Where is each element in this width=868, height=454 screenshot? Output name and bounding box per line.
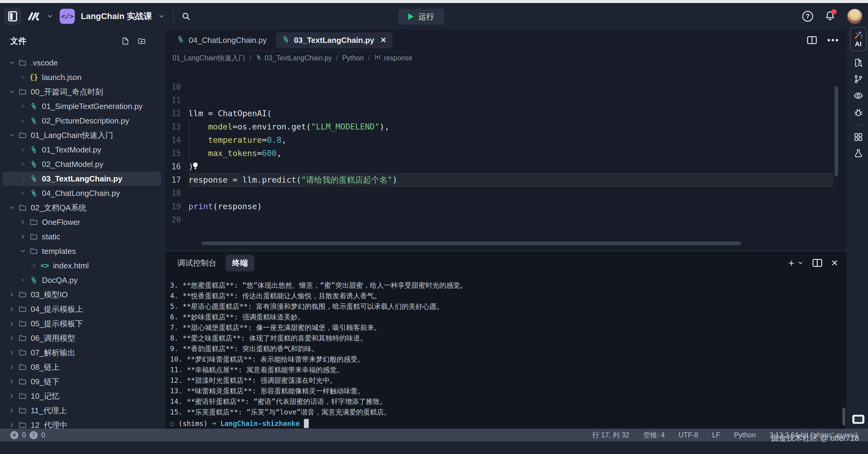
close-panel-icon[interactable]: ✕ bbox=[831, 258, 838, 268]
more-actions-icon[interactable]: ••• bbox=[827, 35, 839, 45]
folder-icon bbox=[28, 218, 39, 226]
tree-item[interactable]: 11_代理上 bbox=[2, 403, 161, 418]
test-flask-icon[interactable] bbox=[854, 148, 863, 158]
chevron-right-icon[interactable] bbox=[18, 233, 28, 240]
chevron-right-icon[interactable] bbox=[7, 422, 17, 428]
project-chevron-down-icon[interactable] bbox=[158, 13, 165, 20]
chevron-right-icon[interactable] bbox=[7, 291, 17, 298]
terminal-output[interactable]: 3. **悠蜜蛋糕店**: “悠”体现出悠然、惬意，“蜜”突出甜蜜，给人一种享受… bbox=[165, 274, 846, 429]
tree-item[interactable]: 04_ChatLongChain.py bbox=[2, 186, 161, 200]
tree-item[interactable]: 05_提示模板下 bbox=[2, 316, 161, 331]
code-text bbox=[188, 213, 833, 226]
split-editor-icon[interactable] bbox=[807, 36, 817, 44]
editor-tab[interactable]: 04_ChatLongChain.py bbox=[170, 32, 273, 48]
terminal-chevron-down-icon[interactable] bbox=[798, 260, 804, 266]
marscode-logo-icon[interactable] bbox=[27, 10, 40, 23]
status-item[interactable]: 空格: 4 bbox=[643, 430, 665, 440]
search-icon[interactable] bbox=[182, 12, 190, 21]
code-editor[interactable]: 101112llm = ChatOpenAI(13 model=os.envir… bbox=[165, 65, 846, 249]
breadcrumb-item[interactable]: 01_LangChain快速入门 bbox=[173, 53, 245, 63]
panel-tab[interactable]: 调试控制台 bbox=[170, 255, 223, 272]
terminal-scrollbar[interactable] bbox=[842, 407, 845, 426]
close-tab-icon[interactable]: ✕ bbox=[380, 36, 386, 45]
remote-device-icon[interactable] bbox=[852, 415, 864, 424]
tree-item[interactable]: 02_ChatModel.py bbox=[2, 157, 161, 171]
chevron-down-icon[interactable] bbox=[7, 204, 17, 211]
preview-eye-icon[interactable] bbox=[853, 90, 864, 101]
python-file-icon bbox=[28, 102, 39, 110]
tree-item[interactable]: 08_链上 bbox=[2, 360, 161, 374]
tree-item[interactable]: 03_TextLangChain.py bbox=[2, 171, 161, 186]
tree-item[interactable]: 02_文档QA系统 bbox=[2, 200, 161, 215]
extensions-grid-icon[interactable] bbox=[854, 132, 863, 142]
chevron-right-icon[interactable] bbox=[7, 306, 17, 312]
help-icon[interactable]: ? bbox=[802, 11, 813, 22]
tree-item[interactable]: .vscode bbox=[2, 56, 161, 70]
debug-bug-icon[interactable] bbox=[853, 108, 864, 118]
editor-vertical-scrollbar[interactable] bbox=[835, 86, 838, 177]
status-item[interactable]: LF bbox=[712, 431, 720, 439]
tree-item-label: 07_解析输出 bbox=[31, 347, 75, 358]
status-item[interactable]: 行 17, 列 32 bbox=[592, 430, 629, 440]
tree-item[interactable]: 09_链下 bbox=[2, 374, 161, 389]
chevron-right-icon[interactable] bbox=[7, 407, 17, 414]
tree-item[interactable]: 06_调用模型 bbox=[2, 331, 161, 345]
panel-tab[interactable]: 终端 bbox=[225, 255, 254, 272]
chevron-down-icon[interactable] bbox=[7, 59, 17, 66]
tree-item[interactable]: OneFlower bbox=[2, 215, 161, 229]
editor-tab[interactable]: 03_TextLangChain.py✕ bbox=[276, 32, 393, 48]
tree-item[interactable]: 00_开篇词_奇点时刻 bbox=[2, 85, 161, 99]
chevron-right-icon[interactable] bbox=[18, 219, 28, 226]
breadcrumb-label: response bbox=[384, 54, 412, 62]
file-search-icon[interactable] bbox=[854, 58, 863, 67]
symbol-variable-icon bbox=[374, 54, 381, 62]
sidebar-toggle-button[interactable] bbox=[4, 8, 21, 25]
workspace-chevron-down-icon[interactable] bbox=[46, 13, 54, 20]
chevron-right-icon[interactable] bbox=[7, 378, 17, 385]
tree-item[interactable]: 07_解析输出 bbox=[2, 345, 161, 360]
ai-assistant-button[interactable]: AI bbox=[850, 27, 867, 51]
chevron-right-icon[interactable] bbox=[7, 393, 17, 399]
breadcrumb-item[interactable]: Python bbox=[342, 54, 364, 62]
tree-item[interactable]: 03_模型IO bbox=[2, 287, 161, 302]
new-file-icon[interactable] bbox=[121, 37, 130, 45]
status-item[interactable]: Python bbox=[734, 431, 756, 439]
chevron-down-icon[interactable] bbox=[7, 88, 17, 95]
user-avatar[interactable] bbox=[847, 8, 863, 24]
tree-item[interactable]: templates bbox=[2, 244, 161, 258]
tree-item[interactable]: {}launch.json bbox=[2, 70, 161, 85]
problems-indicator[interactable]: ✕ 0 ! 0 bbox=[10, 431, 45, 439]
chevron-down-icon[interactable] bbox=[18, 248, 28, 254]
chevron-right-icon[interactable] bbox=[7, 335, 17, 341]
terminal-line: 7. **甜心城堡蛋糕店**: 像一座充满甜蜜的城堡，吸引顾客前来。 bbox=[170, 322, 846, 333]
tree-item[interactable]: 12_代理中 bbox=[2, 418, 161, 429]
tab-label: 04_ChatLongChain.py bbox=[189, 36, 267, 45]
chevron-down-icon[interactable] bbox=[7, 132, 17, 139]
tree-item[interactable]: <>index.html bbox=[2, 258, 161, 273]
chevron-right-icon[interactable] bbox=[7, 320, 17, 327]
tree-item[interactable]: 04_提示模板上 bbox=[2, 302, 161, 316]
tree-item[interactable]: static bbox=[2, 229, 161, 244]
split-terminal-icon[interactable] bbox=[812, 259, 822, 267]
breadcrumb-separator: / bbox=[336, 54, 338, 62]
tree-item[interactable]: 02_PictureDescription.py bbox=[2, 113, 161, 128]
chevron-right-icon[interactable] bbox=[7, 349, 17, 356]
run-button[interactable]: 运行 bbox=[398, 9, 444, 24]
notifications-button[interactable] bbox=[825, 10, 835, 22]
terminal-prompt: ○(shims)➜LangChain-shizhanke bbox=[170, 418, 846, 429]
tree-item[interactable]: 01_TextModel.py bbox=[2, 142, 161, 157]
tree-item[interactable]: 10_记忆 bbox=[2, 389, 161, 403]
source-control-icon[interactable] bbox=[854, 74, 863, 84]
tree-item[interactable]: 01_SimpleTextGeneration.py bbox=[2, 99, 161, 113]
tree-item[interactable]: 01_LangChain快速入门 bbox=[2, 128, 161, 142]
chevron-right-icon[interactable] bbox=[7, 364, 17, 370]
folder-icon bbox=[17, 377, 28, 386]
editor-horizontal-scrollbar[interactable] bbox=[202, 242, 741, 245]
tree-item[interactable]: DocQA.py bbox=[2, 273, 161, 287]
new-folder-icon[interactable] bbox=[137, 37, 146, 45]
indent-guide bbox=[14, 229, 14, 244]
breadcrumb-item[interactable]: response bbox=[374, 54, 412, 62]
breadcrumb-item[interactable]: 03_TextLangChain.py bbox=[256, 54, 332, 62]
new-terminal-icon[interactable]: + bbox=[788, 258, 795, 267]
status-item[interactable]: UTF-8 bbox=[679, 431, 698, 439]
